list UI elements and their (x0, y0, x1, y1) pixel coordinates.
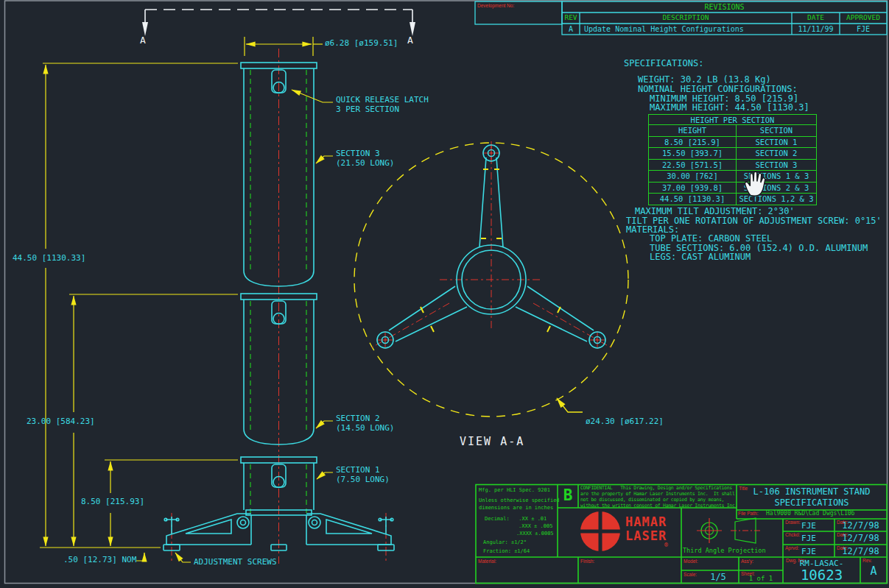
development-no-label: Development No: (477, 3, 514, 8)
dim-overall-height: 44.50 [1130.33] (13, 254, 85, 263)
tb-scale-label: Scale: (684, 572, 697, 577)
tb-file-path-value: Hal9000 R&D\Cad Dwgs\L106 (766, 511, 854, 517)
hamar-logo-text1: HAMAR (625, 515, 667, 529)
callout-latch-line1: QUICK RELEASE LATCH (336, 96, 429, 105)
tb-tol-fraction: Fraction: ±1/64 (483, 549, 530, 555)
revision-row-date: 11/11/99 (792, 25, 840, 33)
tb-drawn-value: FJE (783, 522, 834, 531)
tb-file-path-label: File Path: (738, 511, 758, 516)
revisions-col-date: DATE (792, 14, 840, 22)
b-cert-logo: B (558, 487, 578, 505)
tb-model-label: Model: (684, 559, 698, 564)
spec-material-legs: LEGS: CAST ALUMINUM (650, 252, 751, 262)
stand-elevation (164, 49, 394, 564)
tb-tol-decimal2: .XXX ± .005 (519, 524, 552, 530)
tb-aprvd-value: FJE (783, 548, 834, 556)
tb-chckd-date-value: 12/7/98 (834, 534, 887, 543)
tb-scale-value: 1/5 (700, 573, 737, 582)
dim-top-diameter: ø6.28 [ø159.51] (325, 39, 398, 48)
table-row: 15.50 [393.7]SECTION 2 (649, 148, 817, 160)
hamar-logo-text2: LASER (625, 529, 667, 543)
tb-rev-label: Rev. (862, 558, 872, 563)
tb-aprvd-date-value: 12/7/98 (834, 547, 887, 556)
view-centerlines (372, 141, 611, 347)
dim-two-sections: 23.00 [584.23] (27, 417, 95, 426)
revisions-col-approved: APPROVED (840, 14, 887, 22)
dim-base-clearance: .50 [12.73] NOM (63, 556, 136, 564)
callout-section1-line1: SECTION 1 (336, 466, 380, 475)
tb-drawn-date-value: 12/7/98 (834, 521, 887, 531)
callout-section2-line2: (14.50 LONG) (336, 424, 394, 433)
table-row: 44.50 [1130.3]SECTIONS 1,2 & 3 (649, 194, 817, 205)
callout-section3-line1: SECTION 3 (336, 149, 380, 158)
height-table-title: HEIGHT PER SECTION (649, 115, 817, 125)
tb-finish-label: Finish: (580, 559, 594, 564)
tb-sheet-value: 1 of 1 (740, 575, 781, 582)
table-row: 30.00 [762]SECTIONS 1 & 3 (649, 171, 817, 183)
view-aa (354, 141, 628, 417)
revisions-col-rev: REV (562, 14, 580, 22)
callout-section1-line2: (7.50 LONG) (336, 475, 390, 484)
tb-drawing-title-line1: L-106 INSTRUMENT STAND (737, 487, 887, 497)
table-row: 37.00 [939.8]SECTIONS 2 & 3 (649, 182, 817, 194)
dim-view-diameter: ø24.30 [ø617.22] (586, 417, 664, 426)
tb-assy-label: Ass'y: (741, 559, 753, 564)
open-hand-cursor (742, 169, 769, 197)
tb-mfg-spec: Mfg. per HLI Spec. 9201 (479, 488, 550, 494)
section-cut-line (142, 10, 415, 36)
tb-drawing-title-line2: SPECIFICATIONS (737, 498, 887, 508)
third-angle-projection-symbol (697, 518, 760, 543)
callout-latch-line2: 3 PER SECTION (336, 105, 399, 114)
tb-tol-decimal: Decimal: .XX ± .01 (485, 517, 547, 523)
tb-chckd-value: FJE (783, 534, 834, 543)
height-table-col-section: SECTION (737, 125, 817, 137)
height-per-section-table: HEIGHT PER SECTION HEIGHT SECTION 8.50 [… (648, 114, 817, 205)
cad-drawing-canvas[interactable]: Development No: REVISIONS REV DESCRIPTIO… (0, 0, 889, 588)
revisions-col-desc: DESCRIPTION (580, 14, 792, 22)
specifications-title: SPECIFICATIONS: (624, 59, 703, 68)
revisions-title: REVISIONS (562, 3, 887, 11)
hamar-logo-reg: ® (664, 542, 668, 549)
callout-section3-line2: (21.50 LONG) (336, 159, 394, 168)
spec-max-height: MAXIMUM HEIGHT: 44.50 [1130.3] (650, 103, 809, 113)
section-marker-left: A (140, 35, 146, 46)
revision-row-rev: A (562, 25, 580, 33)
tb-material-label: Material: (478, 559, 496, 564)
tb-projection-label: Third Angle Projection (683, 548, 766, 555)
table-row: 8.50 [215.9]SECTION 1 (649, 136, 817, 148)
height-table-col-height: HEIGHT (649, 125, 737, 137)
section-marker-right: A (407, 35, 413, 46)
dim-one-section: 8.50 [215.93] (81, 497, 144, 506)
tb-dwg-no-line2: 10623 (783, 567, 860, 583)
tb-rev-value: A (860, 565, 887, 578)
centerlines (172, 49, 386, 564)
hamar-laser-logo-mark (579, 510, 622, 553)
callout-section2-line1: SECTION 2 (336, 414, 380, 423)
tb-tol-note1: Unless otherwise specified (479, 498, 560, 504)
callout-adjustment-screws: ADJUSTMENT SCREWS (194, 558, 277, 567)
revision-row-desc: Update Nominal Height Configurations (584, 25, 744, 33)
table-row: 22.50 [571.5]SECTION 3 (649, 159, 817, 171)
revision-row-approved: FJE (840, 25, 887, 33)
tb-tol-decimal3: .XXXX ±.0005 (516, 531, 554, 537)
view-aa-label: VIEW A-A (460, 436, 524, 448)
tb-tol-note2: dimensions are in inches (479, 506, 553, 511)
tb-tol-angular: Angular: ±1/2° (483, 540, 527, 546)
tb-confidential-line4: without the written consent of Hamar Las… (580, 503, 737, 509)
